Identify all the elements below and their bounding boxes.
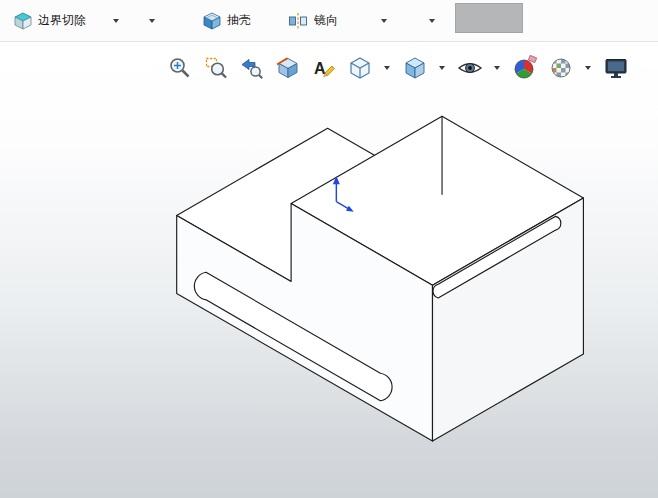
chevron-down-icon xyxy=(384,66,390,70)
section-view-button[interactable] xyxy=(274,54,301,81)
zoom-area-button[interactable] xyxy=(202,54,229,81)
model-canvas[interactable] xyxy=(0,42,658,498)
chevron-down-icon xyxy=(439,66,445,70)
mirror-label: 镜向 xyxy=(314,12,338,29)
graphics-viewport[interactable]: A xyxy=(0,42,658,498)
mirror-icon xyxy=(287,11,309,31)
edit-appearance-icon xyxy=(512,55,538,81)
hide-show-items-flyout-arrow[interactable] xyxy=(492,56,502,80)
toolbar-flyout-arrow-4[interactable] xyxy=(425,9,439,33)
chevron-down-icon xyxy=(585,66,591,70)
section-view-icon xyxy=(275,55,301,81)
edit-appearance-button[interactable] xyxy=(511,54,538,81)
display-style-icon xyxy=(402,55,428,81)
annotation-button[interactable]: A xyxy=(310,54,337,81)
view-orientation-flyout-arrow[interactable] xyxy=(382,56,392,80)
boundary-cut-label: 边界切除 xyxy=(38,12,86,29)
chevron-down-icon xyxy=(113,19,119,23)
apply-scene-button[interactable] xyxy=(547,54,574,81)
command-toolbar: 边界切除 抽壳 镜向 xyxy=(0,0,658,42)
chevron-down-icon xyxy=(494,66,500,70)
view-orientation-button[interactable] xyxy=(346,54,373,81)
heads-up-view-toolbar: A xyxy=(166,54,629,81)
apply-scene-flyout-arrow[interactable] xyxy=(583,56,593,80)
previous-view-icon xyxy=(239,55,265,81)
previous-view-button[interactable] xyxy=(238,54,265,81)
apply-scene-icon xyxy=(548,55,574,81)
zoom-area-icon xyxy=(203,55,229,81)
chevron-down-icon xyxy=(429,19,435,23)
hide-show-items-icon xyxy=(457,55,483,81)
shell-button[interactable]: 抽壳 xyxy=(193,5,260,37)
shell-icon xyxy=(202,11,222,31)
mirror-button[interactable]: 镜向 xyxy=(278,5,347,37)
shell-label: 抽壳 xyxy=(227,12,251,29)
zoom-fit-button[interactable] xyxy=(166,54,193,81)
chevron-down-icon xyxy=(149,19,155,23)
display-style-flyout-arrow[interactable] xyxy=(437,56,447,80)
hide-show-items-button[interactable] xyxy=(456,54,483,81)
toolbar-flyout-arrow-1[interactable] xyxy=(109,9,123,33)
view-settings-button[interactable] xyxy=(602,54,629,81)
zoom-fit-icon xyxy=(167,55,193,81)
model-part[interactable] xyxy=(177,116,584,441)
view-orientation-icon xyxy=(347,55,373,81)
annotation-icon: A xyxy=(311,55,337,81)
toolbar-gray-placeholder xyxy=(455,3,523,33)
view-settings-icon xyxy=(603,55,629,81)
display-style-button[interactable] xyxy=(401,54,428,81)
toolbar-flyout-arrow-2[interactable] xyxy=(145,9,159,33)
boundary-cut-button[interactable]: 边界切除 xyxy=(4,5,95,37)
boundary-cut-icon xyxy=(13,11,33,31)
toolbar-flyout-arrow-3[interactable] xyxy=(377,9,391,33)
cad-application-window: 边界切除 抽壳 镜向 xyxy=(0,0,658,498)
chevron-down-icon xyxy=(381,19,387,23)
